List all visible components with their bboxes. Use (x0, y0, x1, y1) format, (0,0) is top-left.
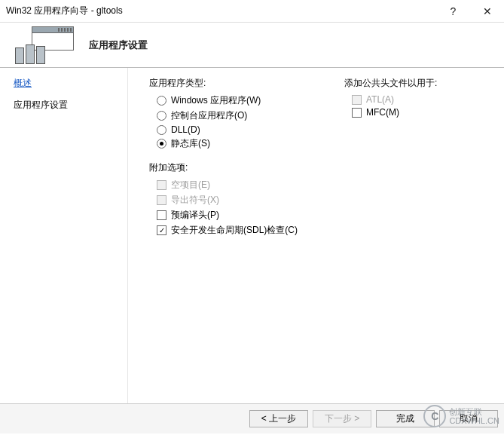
headers-label: 添加公共头文件以用于: (344, 77, 495, 90)
radio-static-lib[interactable]: 静态库(S) (157, 137, 344, 150)
radio-icon (157, 125, 166, 135)
radio-windows-app[interactable]: Windows 应用程序(W) (157, 94, 344, 107)
check-label: MFC(M) (366, 107, 399, 118)
checkbox-icon (157, 210, 166, 220)
check-precompiled-header[interactable]: 预编译头(P) (157, 209, 344, 222)
main-panel: 应用程序类型: Windows 应用程序(W) 控制台应用程序(O) DLL(D… (128, 68, 504, 403)
radio-label: 控制台应用程序(O) (171, 109, 247, 122)
radio-icon (157, 111, 166, 121)
checkbox-icon (352, 108, 362, 118)
footer: < 上一步 下一步 > 完成 取消 (0, 403, 504, 433)
sidebar: 概述 应用程序设置 (0, 68, 128, 403)
cancel-button[interactable]: 取消 (439, 410, 498, 427)
radio-label: 静态库(S) (171, 137, 210, 150)
check-atl: ATL(A) (352, 94, 495, 105)
content: 概述 应用程序设置 应用程序类型: Windows 应用程序(W) 控制台应用程… (0, 68, 504, 403)
wizard-header: 应用程序设置 (0, 23, 504, 68)
check-label: 导出符号(X) (171, 194, 219, 207)
radio-dll[interactable]: DLL(D) (157, 124, 344, 135)
checkbox-icon (157, 180, 166, 190)
prev-button[interactable]: < 上一步 (249, 410, 308, 427)
finish-button[interactable]: 完成 (376, 410, 435, 427)
checkbox-icon (352, 95, 362, 105)
wizard-icon (15, 26, 75, 64)
help-button[interactable]: ? (436, 0, 470, 23)
next-button: 下一步 > (313, 410, 371, 427)
check-label: 预编译头(P) (171, 209, 219, 222)
extra-label: 附加选项: (149, 161, 344, 174)
sidebar-item-overview[interactable]: 概述 (14, 77, 114, 90)
radio-icon (157, 96, 166, 106)
radio-icon (157, 139, 166, 149)
check-sdl[interactable]: 安全开发生命周期(SDL)检查(C) (157, 224, 344, 237)
page-title: 应用程序设置 (89, 38, 148, 52)
apptype-label: 应用程序类型: (149, 77, 344, 90)
radio-console-app[interactable]: 控制台应用程序(O) (157, 109, 344, 122)
checkbox-icon (157, 195, 166, 205)
check-label: ATL(A) (366, 94, 394, 105)
checkbox-icon (157, 225, 166, 235)
close-button[interactable]: ✕ (470, 0, 504, 23)
check-export-symbols: 导出符号(X) (157, 194, 344, 207)
radio-label: Windows 应用程序(W) (171, 94, 261, 107)
sidebar-item-settings[interactable]: 应用程序设置 (14, 99, 114, 112)
check-label: 安全开发生命周期(SDL)检查(C) (171, 224, 298, 237)
radio-label: DLL(D) (171, 124, 200, 135)
check-empty-project: 空项目(E) (157, 179, 344, 191)
check-mfc[interactable]: MFC(M) (352, 107, 495, 118)
window-title: Win32 应用程序向导 - gltools (6, 5, 436, 17)
titlebar: Win32 应用程序向导 - gltools ? ✕ (0, 0, 504, 23)
check-label: 空项目(E) (171, 179, 210, 191)
